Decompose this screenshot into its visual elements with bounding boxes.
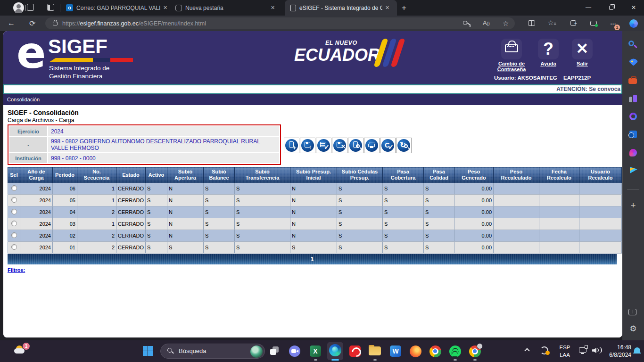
new-tab-button[interactable]: + (402, 3, 406, 13)
taskbar-search[interactable]: Búsqueda (160, 344, 265, 359)
sidebar-settings-icon[interactable]: ⚙ (628, 324, 638, 334)
tab-correo[interactable]: o Correo: GAD PARROQUIAL VALLE ✕ (62, 0, 169, 16)
sidebar-add-icon[interactable]: + (628, 201, 638, 210)
word-button[interactable]: W (389, 345, 402, 357)
favorite-star-icon[interactable]: ☆ (503, 19, 509, 28)
edge-button[interactable] (327, 342, 343, 360)
tab-close-icon[interactable]: ✕ (385, 5, 389, 11)
notification-bell-icon[interactable] (634, 347, 640, 353)
form-row: Ejercicio 2024 (9, 126, 279, 136)
clock[interactable]: 16:486/8/2024 (605, 344, 631, 359)
row-select-radio[interactable] (11, 209, 17, 214)
print-button[interactable] (364, 138, 380, 153)
browser-essentials-icon[interactable] (590, 21, 597, 26)
chrome-button[interactable] (429, 345, 441, 357)
cell: CERRADO (116, 206, 146, 218)
start-button[interactable] (143, 346, 153, 356)
minimize-button[interactable]: — (579, 0, 598, 15)
tab-close-icon[interactable]: ✕ (271, 5, 275, 11)
cell: S (146, 230, 167, 242)
pagination-bar[interactable]: 1 (8, 254, 617, 264)
favorites-icon[interactable]: ☆≡ (548, 19, 556, 26)
webpage: e SIGEF Sistema Integrado deGestión Fina… (3, 31, 622, 337)
row-select-radio[interactable] (11, 221, 17, 226)
tab-esigef-active[interactable]: eSIGEF - Sistema Integrado de G ✕ (285, 0, 397, 16)
sidebar-outlook-icon[interactable] (628, 130, 638, 139)
tab-actions-icon[interactable] (47, 4, 54, 11)
spotify-button[interactable] (449, 345, 461, 357)
back-icon[interactable]: ← (8, 19, 15, 27)
split-screen-icon[interactable] (528, 20, 535, 26)
tab-close-icon[interactable]: ✕ (163, 5, 167, 11)
sidebar-m365-icon[interactable] (628, 112, 638, 121)
cell (494, 218, 539, 230)
approve-button[interactable]: C✓ (380, 138, 396, 153)
address-bar[interactable]: https://esigef.finanzas.gob.ec/eSIGEF/me… (45, 17, 515, 29)
save-upload-button[interactable]: ↑ (300, 138, 315, 153)
row-select-radio[interactable] (11, 232, 17, 238)
column-header: Estado (116, 167, 146, 183)
close-button[interactable]: ✕ (624, 0, 643, 15)
volume-icon[interactable] (592, 348, 596, 353)
row-select-radio[interactable] (11, 197, 17, 203)
excel-button[interactable]: X (309, 345, 322, 357)
tab-nueva-pestana[interactable]: Nueva pestaña ✕ (172, 0, 283, 16)
row-select-radio[interactable] (11, 244, 17, 250)
consult-button[interactable]: ↻ (396, 138, 412, 153)
change-password-button[interactable]: Cambio deContraseña (490, 39, 533, 72)
firefox-button[interactable] (409, 345, 421, 357)
file-explorer-button[interactable] (369, 345, 381, 357)
delete-button[interactable]: ✕ (332, 138, 347, 153)
sidebar-designer-icon[interactable] (628, 148, 638, 157)
column-header: Subió Presup.Inicial (290, 167, 337, 183)
new-tab-page-icon (175, 5, 182, 11)
column-header: SubióBalance (204, 167, 235, 183)
cell: S (167, 242, 204, 254)
chrome-profile-button[interactable] (469, 345, 481, 357)
new-record-button[interactable]: + (284, 138, 299, 153)
sidebar-tools-icon[interactable] (628, 76, 638, 85)
exit-icon: ✕ (572, 39, 593, 59)
validate-button[interactable]: ✓ (316, 138, 331, 153)
sidebar-games-icon[interactable] (628, 94, 638, 103)
cell: 01 (53, 242, 77, 254)
workspaces-icon[interactable] (27, 4, 34, 11)
password-key-icon[interactable] (463, 19, 467, 24)
filters-link[interactable]: Filtros: (8, 267, 25, 273)
network-icon[interactable] (579, 347, 586, 353)
sidebar-search-icon[interactable] (628, 41, 638, 50)
copilot-icon[interactable] (629, 19, 638, 28)
widgets-button[interactable]: 1 (14, 344, 33, 359)
cell (539, 218, 579, 230)
refresh-icon[interactable]: ⟳ (29, 19, 35, 28)
sync-icon[interactable] (540, 346, 548, 354)
selection-form: Ejercicio 2024 - 998 - 0802 GOBIERNO AUT… (8, 124, 281, 165)
profile-avatar-icon[interactable] (13, 2, 24, 13)
tray-expand-icon[interactable] (524, 348, 529, 353)
exit-button[interactable]: ✕ Salir (567, 39, 597, 66)
task-view-button[interactable] (269, 345, 281, 357)
help-button[interactable]: ? Ayuda (534, 39, 562, 66)
cell: S (424, 218, 454, 230)
sidebar-drop-icon[interactable] (628, 165, 638, 175)
cell: S (337, 218, 383, 230)
select-cell (8, 206, 20, 218)
cell: 2024 (20, 230, 53, 242)
pdf-app-button[interactable] (349, 345, 361, 357)
announcement-marquee: ATENCIÓN: Se convoca (3, 84, 622, 94)
chat-button[interactable] (289, 345, 301, 357)
column-header: Sel (8, 167, 20, 183)
row-select-radio[interactable] (11, 185, 17, 191)
tab-title: Nueva pestaña (185, 5, 268, 11)
sidebar-shopping-icon[interactable] (628, 58, 638, 68)
preview-button[interactable] (348, 138, 363, 153)
sidebar-pane-icon[interactable] (628, 307, 638, 317)
read-aloud-icon[interactable]: A)) (483, 19, 490, 26)
cell: 0.00 (454, 218, 494, 230)
column-header: No.Secuencia (77, 167, 116, 183)
language-indicator[interactable]: ESPLAA (556, 344, 573, 359)
breadcrumb[interactable]: Consolidación (3, 94, 622, 105)
restore-button[interactable] (602, 0, 620, 15)
system-tray: ESPLAA 16:486/8/2024 (0, 340, 644, 362)
collections-icon[interactable] (570, 20, 576, 26)
